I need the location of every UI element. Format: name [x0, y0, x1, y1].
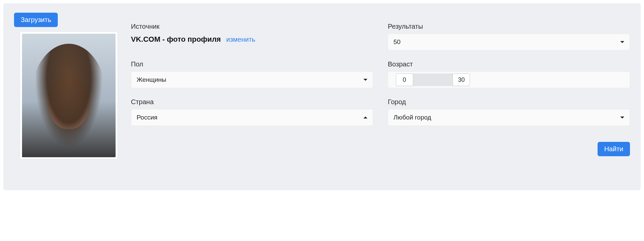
country-value: Россия — [137, 114, 157, 121]
source-value: VK.COM - фото профиля — [131, 35, 221, 44]
results-select[interactable]: 50 — [388, 34, 630, 50]
chevron-down-icon — [620, 41, 624, 43]
city-label: Город — [388, 98, 630, 106]
source-label: Источник — [131, 23, 373, 30]
age-slider-handle-max[interactable]: 30 — [453, 73, 470, 86]
photo-frame — [20, 32, 118, 159]
chevron-down-icon — [363, 79, 367, 81]
age-slider-handle-min[interactable]: 0 — [396, 73, 413, 86]
chevron-down-icon — [620, 116, 624, 118]
upload-button[interactable]: Загрузить — [14, 13, 58, 27]
search-button[interactable]: Найти — [598, 142, 630, 156]
right-column: Источник VK.COM - фото профиля изменить … — [131, 13, 630, 156]
source-field: Источник VK.COM - фото профиля изменить — [131, 23, 373, 50]
gender-value: Женщины — [137, 76, 166, 83]
gender-label: Пол — [131, 60, 373, 68]
chevron-up-icon — [363, 116, 367, 118]
city-value: Любой город — [393, 114, 431, 121]
gender-select[interactable]: Женщины — [131, 71, 373, 88]
uploaded-photo[interactable] — [22, 34, 116, 157]
country-field: Страна Россия — [131, 98, 373, 126]
age-range-slider[interactable]: 0 30 — [388, 71, 630, 88]
source-row: VK.COM - фото профиля изменить — [131, 35, 373, 44]
age-field: Возраст 0 30 — [388, 60, 630, 88]
age-slider-track: 0 30 — [390, 73, 628, 86]
results-value: 50 — [393, 38, 400, 46]
results-label: Результаты — [388, 23, 630, 30]
change-source-link[interactable]: изменить — [226, 36, 255, 43]
results-field: Результаты 50 — [388, 23, 630, 50]
city-select[interactable]: Любой город — [388, 109, 630, 126]
city-field: Город Любой город — [388, 98, 630, 126]
country-label: Страна — [131, 98, 373, 106]
gender-field: Пол Женщины — [131, 60, 373, 88]
actions-row: Найти — [131, 142, 630, 156]
country-select[interactable]: Россия — [131, 109, 373, 126]
age-label: Возраст — [388, 60, 630, 68]
form-grid: Источник VK.COM - фото профиля изменить … — [131, 23, 630, 126]
left-column: Загрузить — [14, 13, 118, 159]
search-panel: Загрузить Источник VK.COM - фото профиля… — [3, 3, 641, 190]
